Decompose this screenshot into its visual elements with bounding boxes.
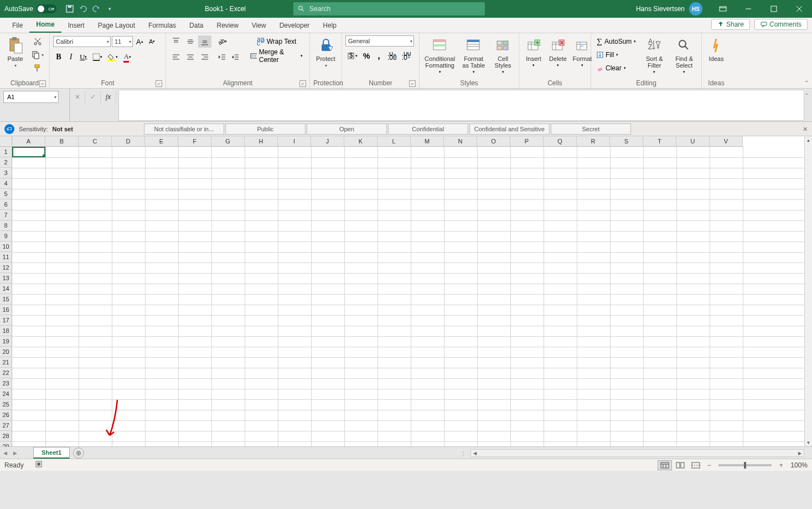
undo-icon[interactable] [79,4,87,13]
column-header[interactable]: R [577,136,610,147]
column-header[interactable]: I [278,136,311,147]
delete-cells-button[interactable]: Delete▾ [547,35,569,69]
insert-cells-button[interactable]: Insert▾ [523,35,545,69]
fill-color-button[interactable]: ▾ [106,51,120,63]
search-input[interactable] [309,5,480,13]
sens-public[interactable]: Public [225,124,306,135]
alignment-dialog-launcher[interactable]: ⌐ [299,80,306,87]
row-header[interactable]: 22 [0,368,12,378]
number-format-combo[interactable]: General [345,35,414,47]
autosum-button[interactable]: ∑AutoSum▾ [594,35,638,48]
row-header[interactable]: 4 [0,178,12,189]
number-dialog-launcher[interactable]: ⌐ [409,80,416,87]
qat-customize-icon[interactable]: ▾ [105,4,114,13]
zoom-level[interactable]: 100% [790,461,808,469]
sens-secret[interactable]: Secret [551,124,631,135]
wrap-text-button[interactable]: abcWrap Text [247,35,306,48]
font-size-combo[interactable]: 11 [112,36,133,47]
find-select-button[interactable]: Find & Select▾ [670,35,698,75]
column-header[interactable]: K [344,136,377,147]
decrease-font-button[interactable]: A▾ [147,35,158,48]
column-header[interactable]: T [643,136,676,147]
vertical-scrollbar[interactable]: ▲▼ [804,136,812,446]
user-name[interactable]: Hans Sievertsen [636,5,689,13]
copy-button[interactable]: ▾ [29,49,46,61]
sens-not-classifiable[interactable]: Not classifiable or in... [144,124,224,135]
clipboard-dialog-launcher[interactable]: ⌐ [39,80,46,87]
selected-cell[interactable] [12,147,45,157]
name-box[interactable]: A1 [3,91,59,103]
paste-button[interactable]: Paste ▾ [3,35,27,69]
tab-view[interactable]: View [245,18,273,33]
insert-function-button[interactable]: fx [101,91,116,103]
maximize-button[interactable] [761,0,787,18]
decrease-decimal-button[interactable]: .00.0 [400,50,413,62]
redo-icon[interactable] [92,4,101,13]
row-header[interactable]: 8 [0,220,12,231]
increase-font-button[interactable]: A▴ [134,35,146,48]
sort-filter-button[interactable]: AZSort & Filter▾ [640,35,668,75]
underline-button[interactable]: U▾ [77,51,89,63]
row-header[interactable]: 11 [0,252,12,263]
tab-page-layout[interactable]: Page Layout [91,18,142,33]
row-header[interactable]: 19 [0,336,12,347]
select-all-corner[interactable] [0,136,12,147]
fill-button[interactable]: Fill▾ [594,49,638,61]
column-header[interactable]: Q [544,136,577,147]
view-page-break-button[interactable] [689,460,703,470]
row-header[interactable]: 14 [0,284,12,294]
row-header[interactable]: 3 [0,168,12,178]
row-header[interactable]: 1 [0,147,12,157]
decrease-indent-button[interactable] [216,51,228,63]
tab-data[interactable]: Data [183,18,210,33]
font-name-combo[interactable]: Calibri [53,36,111,47]
cancel-formula-button[interactable]: ✕ [70,91,85,103]
formula-bar[interactable]: ⌄ [118,90,804,121]
column-header[interactable]: U [676,136,710,147]
expand-formula-bar-button[interactable]: ⌄ [805,90,810,96]
tab-file[interactable]: File [6,18,29,33]
increase-indent-button[interactable] [229,51,241,63]
tab-insert[interactable]: Insert [61,18,91,33]
zoom-slider[interactable] [718,464,772,466]
row-header[interactable]: 10 [0,241,12,252]
percent-button[interactable]: % [361,50,372,62]
save-icon[interactable] [65,4,74,13]
row-header[interactable]: 13 [0,273,12,284]
row-header[interactable]: 28 [0,431,12,441]
search-box[interactable] [293,2,485,16]
protect-button[interactable]: Protect ▾ [313,35,338,69]
increase-decimal-button[interactable]: .0.00 [385,50,399,62]
merge-center-button[interactable]: Merge & Center▾ [247,50,306,62]
row-header[interactable]: 5 [0,189,12,199]
sens-confidential[interactable]: Confidential [388,124,468,135]
tab-split-handle[interactable]: ⋮ [461,450,467,456]
align-center-button[interactable] [184,51,197,63]
tab-formulas[interactable]: Formulas [142,18,183,33]
ideas-button[interactable]: Ideas [705,35,727,63]
user-avatar[interactable]: HS [689,2,702,16]
format-painter-button[interactable] [29,62,46,74]
tab-developer[interactable]: Developer [273,18,317,33]
close-button[interactable] [787,0,812,18]
column-header[interactable]: P [510,136,544,147]
bold-button[interactable]: B [53,51,64,63]
row-header[interactable]: 16 [0,305,12,315]
borders-button[interactable]: ▾ [90,51,105,63]
row-header[interactable]: 18 [0,326,12,336]
orientation-button[interactable]: ab▾ [216,35,229,48]
macro-record-icon[interactable] [35,460,43,470]
comments-button[interactable]: Comments [754,19,808,30]
row-header[interactable]: 17 [0,315,12,326]
column-header[interactable]: B [45,136,79,147]
autosave-toggle[interactable]: Off [37,4,56,13]
sensitivity-close-button[interactable]: × [803,125,808,133]
column-header[interactable]: A [12,136,45,147]
format-as-table-button[interactable]: Format as Table▾ [459,35,488,75]
view-page-layout-button[interactable] [673,460,687,470]
cells-area[interactable] [12,147,804,446]
ribbon-display-icon[interactable] [710,0,736,18]
column-header[interactable]: S [610,136,643,147]
conditional-formatting-button[interactable]: Conditional Formatting▾ [423,35,457,75]
italic-button[interactable]: I [65,51,76,63]
